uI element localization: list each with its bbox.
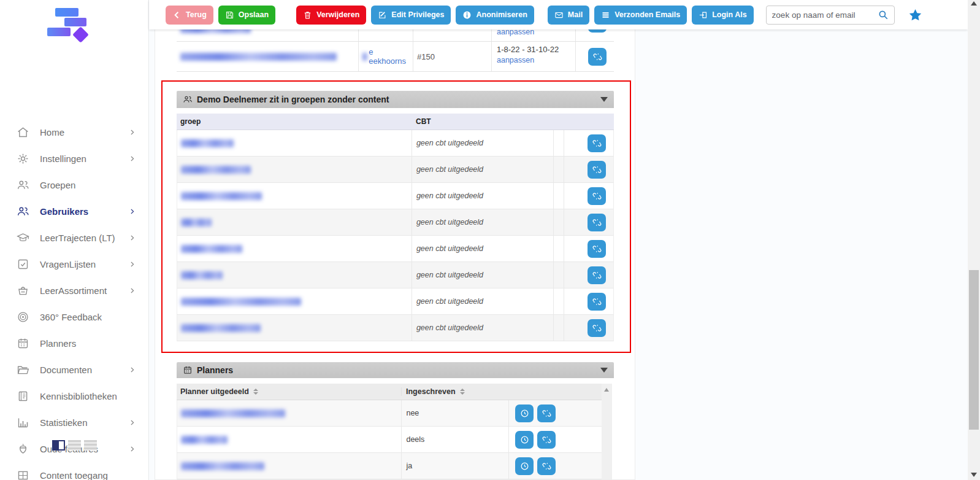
sidebar-item[interactable]: Instellingen xyxy=(0,145,148,172)
group-link[interactable] xyxy=(181,245,242,253)
unlink-button[interactable] xyxy=(537,431,556,449)
cbt-status-cell: geen cbt uitgedeeld xyxy=(412,130,553,156)
planner-link[interactable] xyxy=(181,409,285,417)
unlink-button[interactable] xyxy=(588,48,607,66)
group-link-cell xyxy=(177,288,412,314)
toolbar-button[interactable]: Opslaan xyxy=(218,6,275,25)
sidebar-item[interactable]: LeerTrajecten (LT) xyxy=(0,225,148,251)
record-period-cell: 1-8-22 - 31-10-22 aanpassen xyxy=(491,42,575,71)
sidebar-item[interactable]: Content toegang xyxy=(0,462,148,480)
toolbar-button[interactable]: Anonimiseren xyxy=(456,6,534,25)
toolbar-button[interactable]: Verwijderen xyxy=(296,6,366,25)
planners-scrollbar[interactable] xyxy=(602,384,612,480)
page-scrollbar[interactable] xyxy=(968,0,980,480)
cbt-status-cell: geen cbt uitgedeeld xyxy=(412,236,553,261)
group-link[interactable] xyxy=(181,324,261,332)
unlink-button[interactable] xyxy=(588,266,606,284)
favorite-star-icon[interactable] xyxy=(908,8,922,22)
search-icon[interactable] xyxy=(878,9,889,20)
scroll-down-icon[interactable] xyxy=(971,473,977,477)
sidebar-item-icon xyxy=(17,390,29,403)
ingeschreven-value: nee xyxy=(406,409,419,417)
sidebar-item[interactable]: Gebruikers xyxy=(0,198,148,225)
group-link[interactable] xyxy=(181,192,262,200)
sidebar-item-icon xyxy=(17,179,29,192)
unlink-button[interactable] xyxy=(588,161,606,179)
ingeschreven-value: ja xyxy=(406,462,412,470)
column-header-planner[interactable]: Planner uitgedeeld xyxy=(177,387,401,396)
unlink-button[interactable] xyxy=(588,293,606,311)
unlink-button[interactable] xyxy=(588,319,606,337)
collapse-toggle-icon[interactable] xyxy=(600,97,608,102)
chevron-right-icon xyxy=(128,366,136,374)
scroll-up-icon[interactable] xyxy=(971,1,977,6)
view-toggle-compact[interactable] xyxy=(84,440,97,451)
sidebar-item[interactable]: Kennisbibliotheken xyxy=(0,383,148,409)
scroll-up-icon[interactable] xyxy=(604,388,609,392)
sort-icon xyxy=(460,389,465,395)
unlink-icon xyxy=(542,435,551,444)
planner-link[interactable] xyxy=(181,436,228,444)
schedule-button[interactable] xyxy=(515,431,534,449)
planner-link[interactable] xyxy=(181,462,264,470)
sidebar-item-icon xyxy=(17,337,29,350)
redacted-name[interactable] xyxy=(180,53,337,61)
cbt-status-cell: geen cbt uitgedeeld xyxy=(412,209,553,235)
unlink-button[interactable] xyxy=(537,405,556,422)
group-link[interactable] xyxy=(181,219,212,226)
toolbar-button[interactable]: Terug xyxy=(166,6,213,25)
planners-section-header: Planners xyxy=(177,362,614,378)
demo-table-body: geen cbt uitgedeeld geen cbt uitgedeeld … xyxy=(177,130,614,341)
unlink-button[interactable] xyxy=(537,457,556,475)
search-box xyxy=(766,6,895,25)
sidebar-item[interactable]: Groepen xyxy=(0,172,148,198)
sidebar-item[interactable]: 360° Feedback xyxy=(0,304,148,330)
unlink-button[interactable] xyxy=(588,240,606,258)
toolbar-button-icon xyxy=(225,10,234,20)
sidebar-item-icon xyxy=(17,152,29,165)
unlink-icon xyxy=(592,218,602,227)
schedule-button[interactable] xyxy=(515,405,534,422)
group-link[interactable] xyxy=(181,298,301,306)
aanpassen-link[interactable]: aanpassen xyxy=(497,56,534,64)
sidebar-item[interactable]: Statistieken xyxy=(0,409,148,436)
chevron-right-icon xyxy=(128,287,136,295)
unlink-button[interactable] xyxy=(588,187,606,205)
record-name-cell[interactable] xyxy=(177,42,358,71)
group-link[interactable] xyxy=(181,139,234,147)
group-link-cell xyxy=(177,209,412,235)
toolbar-button[interactable]: Edit Privileges xyxy=(371,6,451,25)
view-toggle-split[interactable] xyxy=(68,440,81,451)
group-link[interactable] xyxy=(181,271,223,279)
unlink-button[interactable] xyxy=(588,134,606,152)
row-action-cell xyxy=(508,427,602,452)
row-action-cell xyxy=(564,262,613,288)
unlink-icon xyxy=(592,271,602,280)
scrollbar-thumb[interactable] xyxy=(969,270,979,430)
cbt-status: geen cbt uitgedeeld xyxy=(416,244,483,253)
view-toggle-sidebar[interactable] xyxy=(52,440,65,451)
schedule-button[interactable] xyxy=(515,457,534,475)
unlink-button[interactable] xyxy=(588,214,606,231)
sidebar-item[interactable]: VragenLijsten xyxy=(0,251,148,277)
sidebar-item[interactable]: Planners xyxy=(0,330,148,357)
sidebar-item[interactable]: Home xyxy=(0,119,148,145)
sidebar-item-label: Statistieken xyxy=(40,417,88,428)
toolbar-button[interactable]: Mail xyxy=(548,6,589,25)
chevron-right-icon xyxy=(128,419,136,427)
collapse-toggle-icon[interactable] xyxy=(600,368,608,373)
sidebar-item[interactable]: LeerAssortiment xyxy=(0,277,148,304)
toolbar-button[interactable]: Verzonden Emails xyxy=(594,6,687,25)
sidebar-item-label: Gebruikers xyxy=(40,206,88,217)
planner-link-cell xyxy=(177,453,401,479)
group-link[interactable]: e eekhoorns xyxy=(369,47,409,66)
users-icon xyxy=(183,95,193,104)
row-action-cell xyxy=(564,209,613,235)
group-link[interactable] xyxy=(181,166,251,174)
toolbar-button[interactable]: Login Als xyxy=(692,6,753,25)
toolbar-button-icon xyxy=(462,10,472,20)
column-header-ingeschreven[interactable]: Ingeschreven xyxy=(401,387,508,396)
sidebar-item-label: LeerTrajecten (LT) xyxy=(40,233,115,243)
sidebar-item[interactable]: Documenten xyxy=(0,357,148,383)
search-input[interactable] xyxy=(772,10,878,20)
